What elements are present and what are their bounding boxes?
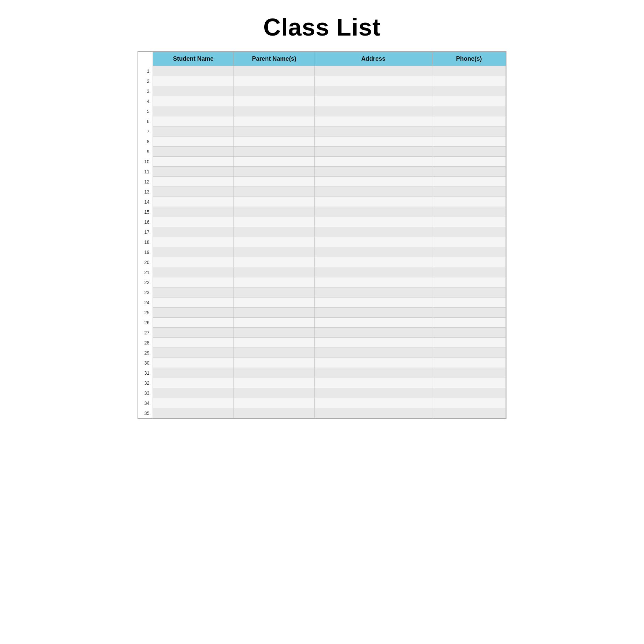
row-student-cell[interactable] xyxy=(153,318,234,328)
row-student-cell[interactable] xyxy=(153,267,234,277)
row-parent-cell[interactable] xyxy=(234,398,315,408)
row-phone-cell[interactable] xyxy=(432,157,505,167)
row-phone-cell[interactable] xyxy=(432,187,505,197)
row-parent-cell[interactable] xyxy=(234,177,315,187)
row-parent-cell[interactable] xyxy=(234,247,315,257)
row-student-cell[interactable] xyxy=(153,167,234,177)
row-address-cell[interactable] xyxy=(315,106,432,116)
row-parent-cell[interactable] xyxy=(234,197,315,207)
row-student-cell[interactable] xyxy=(153,227,234,237)
row-parent-cell[interactable] xyxy=(234,66,315,76)
row-phone-cell[interactable] xyxy=(432,76,505,86)
row-parent-cell[interactable] xyxy=(234,277,315,287)
row-address-cell[interactable] xyxy=(315,167,432,177)
row-parent-cell[interactable] xyxy=(234,408,315,418)
row-student-cell[interactable] xyxy=(153,277,234,287)
row-address-cell[interactable] xyxy=(315,358,432,368)
row-address-cell[interactable] xyxy=(315,348,432,358)
row-student-cell[interactable] xyxy=(153,328,234,338)
row-student-cell[interactable] xyxy=(153,348,234,358)
row-student-cell[interactable] xyxy=(153,66,234,76)
row-student-cell[interactable] xyxy=(153,408,234,418)
row-phone-cell[interactable] xyxy=(432,358,505,368)
row-phone-cell[interactable] xyxy=(432,116,505,126)
row-phone-cell[interactable] xyxy=(432,257,505,267)
row-parent-cell[interactable] xyxy=(234,116,315,126)
row-parent-cell[interactable] xyxy=(234,137,315,147)
row-parent-cell[interactable] xyxy=(234,126,315,137)
row-phone-cell[interactable] xyxy=(432,237,505,247)
row-parent-cell[interactable] xyxy=(234,267,315,277)
row-address-cell[interactable] xyxy=(315,116,432,126)
row-address-cell[interactable] xyxy=(315,287,432,298)
row-phone-cell[interactable] xyxy=(432,126,505,137)
row-address-cell[interactable] xyxy=(315,398,432,408)
row-student-cell[interactable] xyxy=(153,76,234,86)
row-parent-cell[interactable] xyxy=(234,237,315,247)
row-parent-cell[interactable] xyxy=(234,106,315,116)
row-parent-cell[interactable] xyxy=(234,147,315,157)
row-student-cell[interactable] xyxy=(153,147,234,157)
row-student-cell[interactable] xyxy=(153,86,234,96)
row-address-cell[interactable] xyxy=(315,177,432,187)
row-parent-cell[interactable] xyxy=(234,86,315,96)
row-address-cell[interactable] xyxy=(315,318,432,328)
row-address-cell[interactable] xyxy=(315,408,432,418)
row-address-cell[interactable] xyxy=(315,328,432,338)
row-phone-cell[interactable] xyxy=(432,217,505,227)
row-parent-cell[interactable] xyxy=(234,287,315,298)
row-address-cell[interactable] xyxy=(315,227,432,237)
row-phone-cell[interactable] xyxy=(432,247,505,257)
row-phone-cell[interactable] xyxy=(432,368,505,378)
row-student-cell[interactable] xyxy=(153,338,234,348)
row-phone-cell[interactable] xyxy=(432,277,505,287)
row-address-cell[interactable] xyxy=(315,257,432,267)
row-parent-cell[interactable] xyxy=(234,227,315,237)
row-parent-cell[interactable] xyxy=(234,167,315,177)
row-address-cell[interactable] xyxy=(315,66,432,76)
row-address-cell[interactable] xyxy=(315,378,432,388)
row-phone-cell[interactable] xyxy=(432,137,505,147)
row-phone-cell[interactable] xyxy=(432,167,505,177)
row-student-cell[interactable] xyxy=(153,388,234,398)
row-parent-cell[interactable] xyxy=(234,328,315,338)
row-address-cell[interactable] xyxy=(315,76,432,86)
row-student-cell[interactable] xyxy=(153,298,234,308)
row-phone-cell[interactable] xyxy=(432,398,505,408)
row-student-cell[interactable] xyxy=(153,197,234,207)
row-phone-cell[interactable] xyxy=(432,408,505,418)
row-student-cell[interactable] xyxy=(153,398,234,408)
row-student-cell[interactable] xyxy=(153,157,234,167)
row-parent-cell[interactable] xyxy=(234,308,315,318)
row-address-cell[interactable] xyxy=(315,197,432,207)
row-student-cell[interactable] xyxy=(153,126,234,137)
row-parent-cell[interactable] xyxy=(234,368,315,378)
row-address-cell[interactable] xyxy=(315,267,432,277)
row-phone-cell[interactable] xyxy=(432,308,505,318)
row-phone-cell[interactable] xyxy=(432,328,505,338)
row-address-cell[interactable] xyxy=(315,388,432,398)
row-phone-cell[interactable] xyxy=(432,378,505,388)
row-parent-cell[interactable] xyxy=(234,378,315,388)
row-parent-cell[interactable] xyxy=(234,338,315,348)
row-student-cell[interactable] xyxy=(153,137,234,147)
row-phone-cell[interactable] xyxy=(432,177,505,187)
row-phone-cell[interactable] xyxy=(432,287,505,298)
row-parent-cell[interactable] xyxy=(234,157,315,167)
row-phone-cell[interactable] xyxy=(432,267,505,277)
row-address-cell[interactable] xyxy=(315,308,432,318)
row-address-cell[interactable] xyxy=(315,298,432,308)
row-parent-cell[interactable] xyxy=(234,348,315,358)
row-address-cell[interactable] xyxy=(315,86,432,96)
row-parent-cell[interactable] xyxy=(234,187,315,197)
row-student-cell[interactable] xyxy=(153,378,234,388)
row-parent-cell[interactable] xyxy=(234,76,315,86)
row-student-cell[interactable] xyxy=(153,187,234,197)
row-phone-cell[interactable] xyxy=(432,298,505,308)
row-student-cell[interactable] xyxy=(153,116,234,126)
row-phone-cell[interactable] xyxy=(432,96,505,106)
row-address-cell[interactable] xyxy=(315,187,432,197)
row-student-cell[interactable] xyxy=(153,287,234,298)
row-student-cell[interactable] xyxy=(153,96,234,106)
row-parent-cell[interactable] xyxy=(234,217,315,227)
